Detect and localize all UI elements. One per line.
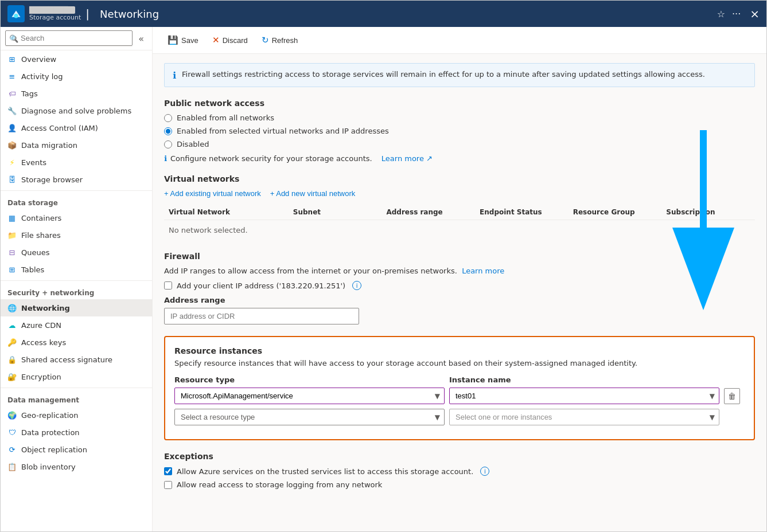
- sidebar-item-shared-access[interactable]: 🔒 Shared access signature: [1, 351, 152, 368]
- sidebar-item-networking[interactable]: 🌐 Networking: [1, 299, 152, 316]
- discard-icon: ✕: [212, 35, 220, 45]
- sidebar-item-label: Diagnose and solve problems: [21, 107, 131, 115]
- more-options-icon[interactable]: ···: [732, 9, 741, 19]
- sidebar-item-diagnose[interactable]: 🔧 Diagnose and solve problems: [1, 102, 152, 119]
- radio-selected-label: Enabled from selected virtual networks a…: [177, 127, 389, 135]
- resource-type-select-1[interactable]: Microsoft.ApiManagement/service: [174, 388, 445, 404]
- radio-all-networks[interactable]: Enabled from all networks: [164, 114, 755, 122]
- resource-type-col-header: Resource type: [174, 375, 445, 384]
- sidebar-item-tables[interactable]: ⊞ Tables: [1, 261, 152, 278]
- search-input[interactable]: [5, 30, 133, 46]
- sidebar-item-blob-inventory[interactable]: 📋 Blob inventory: [1, 458, 152, 475]
- public-network-access-section: Public network access Enabled from all n…: [164, 99, 755, 163]
- discard-button[interactable]: ✕ Discard: [207, 32, 254, 49]
- sidebar-item-encryption[interactable]: 🔐 Encryption: [1, 368, 152, 385]
- toolbar: 💾 Save ✕ Discard ↻ Refresh: [153, 27, 766, 54]
- learn-more-link[interactable]: Learn more ↗: [381, 154, 433, 163]
- config-note: ℹ Configure network security for your st…: [164, 154, 755, 163]
- instance-name-select-2[interactable]: Select one or more instances: [449, 409, 719, 425]
- sidebar-item-geo-replication[interactable]: 🌍 Geo-replication: [1, 406, 152, 424]
- networking-icon: 🌐: [7, 303, 17, 312]
- allow-azure-checkbox[interactable]: [164, 467, 172, 475]
- allow-azure-info-icon[interactable]: i: [480, 467, 489, 476]
- favorite-icon[interactable]: ☆: [717, 9, 725, 19]
- search-icon: 🔍: [9, 34, 18, 42]
- sidebar-item-label: Queues: [21, 248, 49, 257]
- sidebar-item-tags[interactable]: 🏷 Tags: [1, 85, 152, 102]
- sidebar-item-file-shares[interactable]: 📁 File shares: [1, 226, 152, 244]
- data-storage-section-label: Data storage: [1, 193, 152, 209]
- sidebar-item-data-protection[interactable]: 🛡 Data protection: [1, 424, 152, 441]
- sidebar-item-activity-log[interactable]: ≡ Activity log: [1, 68, 152, 85]
- resource-type-dropdown-2[interactable]: Select a resource type ▼: [174, 409, 445, 425]
- sidebar-item-access-control[interactable]: 👤 Access Control (IAM): [1, 119, 152, 136]
- data-migration-icon: 📦: [7, 140, 17, 150]
- sidebar-item-containers[interactable]: ▦ Containers: [1, 209, 152, 226]
- sidebar-item-label: Object replication: [21, 445, 87, 454]
- sidebar-item-label: Access Control (IAM): [21, 124, 98, 132]
- sidebar-item-access-keys[interactable]: 🔑 Access keys: [1, 334, 152, 351]
- client-ip-checkbox[interactable]: [164, 281, 172, 290]
- save-button[interactable]: 💾 Save: [162, 32, 204, 49]
- allow-logging-checkbox[interactable]: [164, 481, 172, 489]
- resource-instances-title: Resource instances: [174, 346, 745, 355]
- sidebar-item-label: Data migration: [21, 141, 77, 150]
- azure-storage-icon: [7, 5, 25, 22]
- info-banner-text: Firewall settings restricting access to …: [182, 69, 705, 81]
- col-subscription: Subscription: [661, 208, 755, 216]
- allow-logging-label: Allow read access to storage logging fro…: [177, 480, 382, 489]
- radio-selected-input[interactable]: [164, 127, 172, 135]
- sidebar-item-label: Networking: [21, 304, 70, 312]
- add-new-vnet-button[interactable]: + Add new virtual network: [270, 189, 356, 198]
- sidebar-item-label: Tags: [21, 89, 38, 98]
- sidebar-item-label: Data protection: [21, 428, 80, 437]
- encryption-icon: 🔐: [7, 372, 17, 381]
- storage-browser-icon: 🗄: [7, 175, 17, 184]
- page-title: Networking: [100, 8, 717, 20]
- access-keys-icon: 🔑: [7, 338, 17, 347]
- radio-all-label: Enabled from all networks: [177, 114, 274, 122]
- delete-row-1-button[interactable]: 🗑: [724, 388, 740, 404]
- tables-icon: ⊞: [7, 265, 17, 274]
- resource-type-select-2[interactable]: Select a resource type: [174, 409, 445, 425]
- sidebar: 🔍 « ⊞ Overview ≡ Activity log 🏷 Ta: [1, 27, 153, 531]
- sidebar-item-azure-cdn[interactable]: ☁ Azure CDN: [1, 316, 152, 334]
- refresh-button[interactable]: ↻ Refresh: [256, 32, 304, 49]
- sidebar-item-data-migration[interactable]: 📦 Data migration: [1, 136, 152, 154]
- close-button[interactable]: ×: [750, 7, 760, 21]
- virtual-networks-title: Virtual networks: [164, 174, 755, 183]
- resource-instances-desc: Specify resource instances that will hav…: [174, 359, 745, 367]
- content-body: ℹ Firewall settings restricting access t…: [153, 54, 766, 531]
- overview-icon: ⊞: [7, 54, 17, 64]
- radio-all-input[interactable]: [164, 114, 172, 122]
- shared-access-icon: 🔒: [7, 355, 17, 364]
- col-resource-group: Resource Group: [569, 208, 662, 216]
- config-note-icon: ℹ: [164, 154, 167, 163]
- firewall-section: Firewall Add IP ranges to allow access f…: [164, 252, 755, 324]
- sidebar-item-label: File shares: [21, 231, 61, 240]
- instance-name-dropdown-2[interactable]: Select one or more instances ▼: [449, 409, 719, 425]
- containers-icon: ▦: [7, 213, 17, 222]
- sidebar-item-events[interactable]: ⚡ Events: [1, 154, 152, 171]
- sidebar-item-storage-browser[interactable]: 🗄 Storage browser: [1, 171, 152, 188]
- resource-type-dropdown-1[interactable]: Microsoft.ApiManagement/service ▼: [174, 388, 445, 404]
- client-ip-info-icon[interactable]: i: [352, 281, 361, 290]
- firewall-learn-more-link[interactable]: Learn more: [462, 267, 504, 275]
- sidebar-item-overview[interactable]: ⊞ Overview: [1, 50, 152, 68]
- title-bar: ████████ Storage account | Networking ☆ …: [1, 1, 766, 27]
- col-subnet: Subnet: [289, 208, 382, 216]
- sidebar-item-label: Access keys: [21, 338, 66, 347]
- sidebar-item-label: Events: [21, 158, 46, 167]
- content-area: 💾 Save ✕ Discard ↻ Refresh: [153, 27, 766, 531]
- instance-name-dropdown-1[interactable]: test01 ▼: [449, 388, 719, 404]
- radio-disabled-input[interactable]: [164, 140, 172, 148]
- sidebar-item-queues[interactable]: ⊟ Queues: [1, 244, 152, 261]
- sidebar-item-label: Tables: [21, 265, 44, 274]
- sidebar-item-object-replication[interactable]: ⟳ Object replication: [1, 441, 152, 458]
- add-existing-vnet-button[interactable]: + Add existing virtual network: [164, 189, 261, 198]
- instance-name-select-1[interactable]: test01: [449, 388, 719, 404]
- collapse-icon[interactable]: «: [135, 32, 147, 45]
- address-range-input[interactable]: [164, 308, 359, 324]
- radio-disabled[interactable]: Disabled: [164, 140, 755, 148]
- radio-selected-networks[interactable]: Enabled from selected virtual networks a…: [164, 127, 755, 135]
